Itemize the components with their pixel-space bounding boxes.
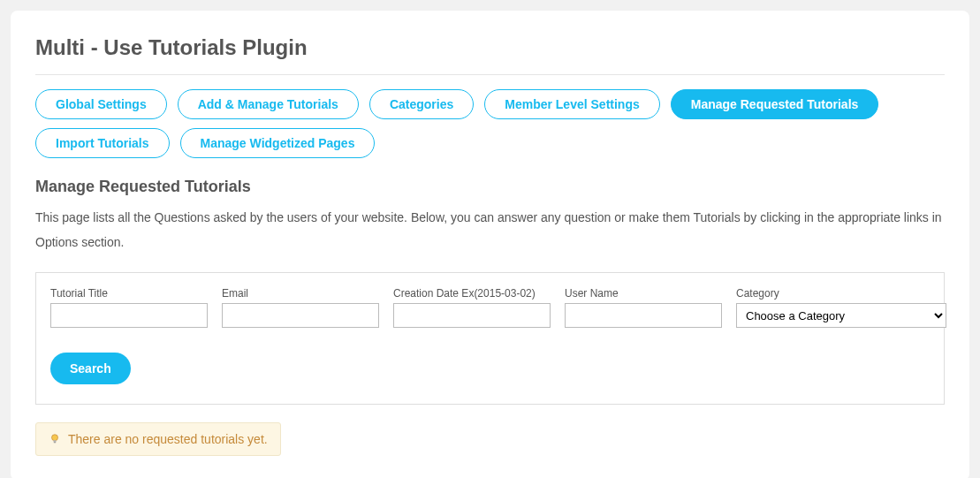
svg-rect-1 (53, 440, 56, 442)
tab-member-level-settings[interactable]: Member Level Settings (484, 89, 660, 119)
tab-add-manage-tutorials[interactable]: Add & Manage Tutorials (178, 89, 359, 119)
section-description: This page lists all the Questions asked … (35, 205, 945, 254)
admin-card: Multi - Use Tutorials Plugin Global Sett… (11, 11, 969, 478)
creation-date-input[interactable] (393, 303, 551, 328)
tab-categories[interactable]: Categories (369, 89, 474, 119)
search-button[interactable]: Search (50, 353, 131, 384)
svg-rect-2 (54, 442, 56, 443)
empty-notice-text: There are no requested tutorials yet. (68, 432, 268, 446)
username-input[interactable] (565, 303, 722, 328)
page-title: Multi - Use Tutorials Plugin (35, 35, 945, 75)
filter-email-label: Email (222, 287, 379, 300)
filter-date-label: Creation Date Ex(2015-03-02) (393, 287, 551, 300)
tab-manage-widgetized-pages[interactable]: Manage Widgetized Pages (180, 128, 376, 158)
filter-email: Email (222, 287, 379, 328)
section-heading: Manage Requested Tutorials (35, 178, 945, 196)
filter-category: Category Choose a Category (736, 287, 946, 328)
tab-import-tutorials[interactable]: Import Tutorials (35, 128, 170, 158)
email-input[interactable] (222, 303, 379, 328)
svg-point-0 (52, 435, 58, 441)
tabs-row: Global Settings Add & Manage Tutorials C… (35, 89, 945, 158)
filter-username-label: User Name (565, 287, 722, 300)
filter-date: Creation Date Ex(2015-03-02) (393, 287, 551, 328)
tutorial-title-input[interactable] (50, 303, 208, 328)
filter-row: Tutorial Title Email Creation Date Ex(20… (50, 287, 930, 328)
empty-notice: There are no requested tutorials yet. (35, 422, 281, 456)
filter-category-label: Category (736, 287, 946, 300)
filter-form: Tutorial Title Email Creation Date Ex(20… (35, 272, 945, 405)
filter-title: Tutorial Title (50, 287, 208, 328)
tab-global-settings[interactable]: Global Settings (35, 89, 167, 119)
filter-username: User Name (565, 287, 722, 328)
lightbulb-icon (49, 433, 61, 445)
category-select[interactable]: Choose a Category (736, 303, 946, 328)
tab-manage-requested-tutorials[interactable]: Manage Requested Tutorials (671, 89, 879, 119)
filter-title-label: Tutorial Title (50, 287, 208, 300)
